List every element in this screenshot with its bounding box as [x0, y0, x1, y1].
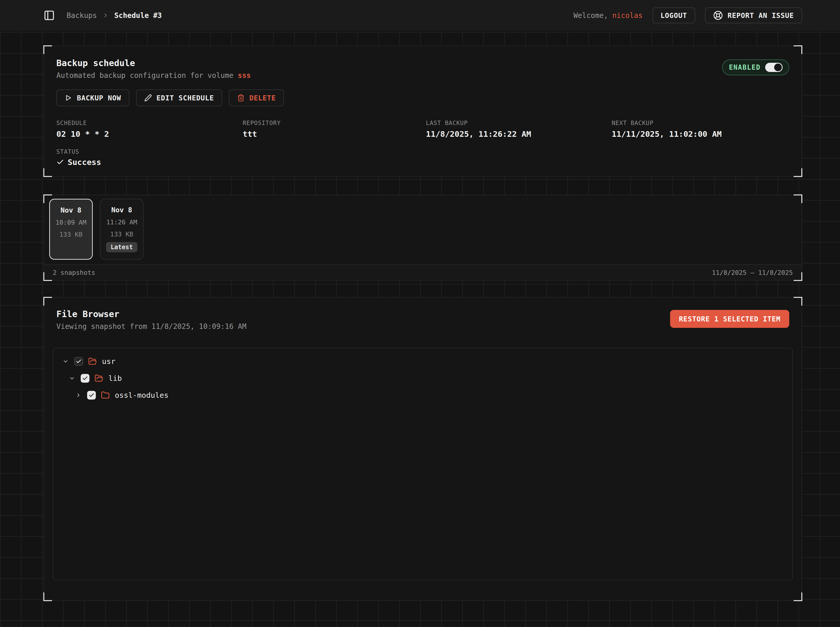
field-last-backup-label: LAST BACKUP	[426, 120, 612, 126]
chevron-down-icon[interactable]	[69, 375, 75, 381]
snapshot-date: Nov 8	[50, 206, 92, 214]
latest-badge: Latest	[106, 242, 137, 252]
corner-bracket	[794, 45, 802, 54]
restore-button-label: RESTORE 1 SELECTED ITEM	[679, 315, 780, 323]
file-browser-title: File Browser	[56, 309, 246, 319]
panel-left-icon	[44, 10, 55, 21]
field-schedule: SCHEDULE 02 10 * * 2	[56, 120, 243, 139]
tree-label-lib: lib	[108, 374, 122, 383]
tree-row-ossl-modules[interactable]: ossl-modules	[53, 387, 792, 404]
checkbox-ossl-modules[interactable]	[87, 391, 96, 400]
corner-bracket	[43, 45, 52, 54]
schedule-actions: BACKUP NOW EDIT SCHEDULE DELETE	[56, 90, 789, 106]
backup-app-page: { "header": { "breadcrumb": { "section":…	[0, 0, 840, 627]
corner-bracket	[794, 297, 802, 306]
life-buoy-icon	[713, 11, 723, 20]
breadcrumb-current-page: Schedule #3	[114, 11, 162, 20]
play-icon	[65, 94, 72, 102]
folder-open-icon	[95, 374, 103, 383]
status-label: STATUS	[56, 148, 789, 155]
snapshot-date-range: 11/8/2025 – 11/8/2025	[712, 269, 793, 276]
corner-bracket	[794, 194, 802, 203]
edit-schedule-button[interactable]: EDIT SCHEDULE	[136, 90, 222, 106]
status-value: Success	[56, 158, 789, 167]
field-repository-value: ttt	[243, 129, 426, 139]
schedule-card-subtitle: Automated backup configuration for volum…	[56, 71, 251, 80]
folder-icon	[101, 391, 110, 400]
chevron-right-icon	[103, 12, 109, 19]
delete-label: DELETE	[249, 94, 276, 102]
field-next-backup: NEXT BACKUP 11/11/2025, 11:02:00 AM	[612, 120, 789, 139]
snapshot-date: Nov 8	[101, 206, 143, 214]
restore-button[interactable]: RESTORE 1 SELECTED ITEM	[670, 310, 789, 328]
field-repository: REPOSITORY ttt	[243, 120, 426, 139]
file-browser-heading: File Browser Viewing snapshot from 11/8/…	[56, 309, 246, 331]
tree-label-ossl-modules: ossl-modules	[115, 391, 169, 400]
edit-schedule-label: EDIT SCHEDULE	[156, 94, 214, 102]
status-text: Success	[68, 158, 101, 167]
snapshot-time: 11:26 AM	[101, 219, 143, 226]
checkbox-usr[interactable]	[74, 357, 83, 366]
pencil-icon	[144, 94, 152, 102]
snapshot-time: 10:09 AM	[50, 219, 92, 226]
username: nicolas	[613, 11, 643, 20]
snapshots-card: Nov 8 10:09 AM 133 KB Nov 8 11:26 AM 133…	[44, 195, 802, 281]
top-bar: Backups Schedule #3 Welcome, nicolas LOG…	[0, 0, 840, 31]
field-last-backup: LAST BACKUP 11/8/2025, 11:26:22 AM	[426, 120, 612, 139]
corner-bracket	[794, 592, 802, 601]
toggle-switch[interactable]	[765, 63, 783, 72]
report-issue-button[interactable]: REPORT AN ISSUE	[705, 8, 802, 23]
snapshot-footer: 2 snapshots 11/8/2025 – 11/8/2025	[44, 264, 802, 280]
schedule-fields: SCHEDULE 02 10 * * 2 REPOSITORY ttt LAST…	[56, 120, 789, 139]
schedule-card-heading: Backup schedule Automated backup configu…	[56, 58, 251, 80]
logout-button[interactable]: LOGOUT	[652, 8, 695, 23]
field-schedule-value: 02 10 * * 2	[56, 129, 243, 139]
corner-bracket	[43, 297, 52, 306]
corner-bracket	[794, 272, 802, 281]
file-browser-card: File Browser Viewing snapshot from 11/8/…	[44, 297, 802, 601]
toggle-knob	[774, 63, 782, 71]
snapshot-count: 2 snapshots	[53, 269, 95, 276]
snapshot-strip: Nov 8 10:09 AM 133 KB Nov 8 11:26 AM 133…	[44, 195, 802, 263]
welcome-text: Welcome, nicolas	[573, 11, 643, 20]
corner-bracket	[43, 592, 52, 601]
tree-label-usr: usr	[102, 357, 115, 366]
corner-bracket	[43, 194, 52, 203]
delete-button[interactable]: DELETE	[229, 90, 284, 106]
backup-schedule-card: Backup schedule Automated backup configu…	[44, 46, 802, 177]
tree-row-lib[interactable]: lib	[53, 370, 792, 387]
corner-bracket	[794, 168, 802, 177]
tree-row-usr[interactable]: usr	[53, 353, 792, 370]
snapshot-size: 133 KB	[50, 231, 92, 238]
snapshot-card-latest[interactable]: Nov 8 11:26 AM 133 KB Latest	[100, 199, 144, 260]
chevron-right-icon[interactable]	[75, 392, 82, 398]
checkbox-lib[interactable]	[81, 374, 90, 383]
field-repository-label: REPOSITORY	[243, 120, 426, 126]
report-issue-button-label: REPORT AN ISSUE	[728, 11, 794, 19]
field-last-backup-value: 11/8/2025, 11:26:22 AM	[426, 129, 612, 139]
file-tree-panel: usr lib ossl-modules	[53, 348, 793, 580]
field-schedule-label: SCHEDULE	[56, 120, 243, 126]
field-next-backup-value: 11/11/2025, 11:02:00 AM	[612, 129, 789, 139]
snapshot-size: 133 KB	[101, 230, 143, 238]
corner-bracket	[43, 168, 52, 177]
chevron-down-icon[interactable]	[63, 358, 69, 364]
status-block: STATUS Success	[56, 148, 789, 167]
schedule-card-title: Backup schedule	[56, 58, 251, 68]
top-bar-right: Welcome, nicolas LOGOUT REPORT AN ISSUE	[573, 8, 802, 23]
volume-name: sss	[238, 71, 251, 80]
breadcrumb: Backups Schedule #3	[66, 11, 162, 20]
backup-now-button[interactable]: BACKUP NOW	[56, 90, 129, 106]
enabled-toggle[interactable]: ENABLED	[722, 60, 789, 75]
logout-button-label: LOGOUT	[661, 11, 687, 19]
breadcrumb-backups[interactable]: Backups	[66, 11, 97, 20]
corner-bracket	[43, 272, 52, 281]
snapshot-card-selected[interactable]: Nov 8 10:09 AM 133 KB	[49, 199, 93, 260]
check-icon	[56, 158, 64, 166]
sidebar-toggle-button[interactable]	[44, 10, 55, 21]
folder-open-icon	[88, 357, 97, 366]
file-browser-subtitle: Viewing snapshot from 11/8/2025, 10:09:1…	[56, 322, 246, 331]
backup-now-label: BACKUP NOW	[77, 94, 121, 102]
field-next-backup-label: NEXT BACKUP	[612, 120, 789, 126]
enabled-toggle-label: ENABLED	[729, 63, 761, 71]
